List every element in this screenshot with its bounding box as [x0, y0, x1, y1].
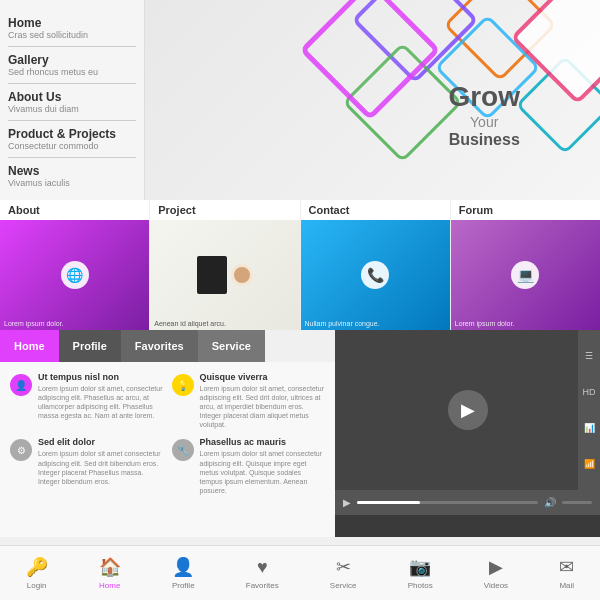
content-block-text-1: Lorem ipsum dolor sit amet, consectetur …	[200, 384, 326, 429]
content-icon-2: ⚙	[10, 439, 32, 461]
nav-item-login[interactable]: 🔑 Login	[26, 556, 48, 590]
vsb-icon-1: ☰	[585, 351, 593, 361]
tab-service[interactable]: Service	[198, 330, 265, 362]
cat-item-forum[interactable]: Forum 💻 Lorem ipsum dolor.	[451, 200, 600, 330]
vsb-icon-3: 📊	[584, 423, 595, 433]
sidebar-item-home[interactable]: HomeCras sed sollicitudin	[8, 10, 136, 47]
sidebar-item-news[interactable]: NewsVivamus iaculis	[8, 158, 136, 194]
cat-title-forum: Forum	[451, 200, 600, 220]
volume-bar[interactable]	[562, 501, 592, 504]
hero-grow: Grow	[448, 80, 520, 114]
content-block-0: 👤 Ut tempus nisl non Lorem ipsum dolor s…	[10, 372, 164, 429]
sidebar-title: News	[8, 164, 136, 178]
nav-item-service[interactable]: ✂ Service	[330, 556, 357, 590]
nav-label-photos: Photos	[408, 581, 433, 590]
cat-image-forum: 💻 Lorem ipsum dolor.	[451, 220, 600, 330]
content-block-title-3: Phasellus ac mauris	[200, 437, 326, 447]
cat-image-project: Aenean id aliquet arcu.	[150, 220, 299, 330]
sidebar-item-about-us[interactable]: About UsVivamus dui diam	[8, 84, 136, 121]
content-block-1: 💡 Quisque viverra Lorem ipsum dolor sit …	[172, 372, 326, 429]
nav-icon-profile: 👤	[172, 556, 194, 578]
nav-item-videos[interactable]: ▶ Videos	[484, 556, 508, 590]
nav-icon-home: 🏠	[99, 556, 121, 578]
nav-item-profile[interactable]: 👤 Profile	[172, 556, 195, 590]
sidebar-title: Product & Projects	[8, 127, 136, 141]
content-icon-0: 👤	[10, 374, 32, 396]
sidebar-sub: Cras sed sollicitudin	[8, 30, 136, 40]
nav-item-photos[interactable]: 📷 Photos	[408, 556, 433, 590]
video-sidebar: ☰ HD 📊 📶	[578, 330, 600, 490]
content-block-text-2: Lorem ipsum dolor sit amet consectetur a…	[38, 449, 164, 485]
nav-label-home: Home	[99, 581, 120, 590]
tab-home[interactable]: Home	[0, 330, 59, 362]
tab-favorites[interactable]: Favorites	[121, 330, 198, 362]
sidebar-sub: Sed rhoncus metus eu	[8, 67, 136, 77]
tab-profile[interactable]: Profile	[59, 330, 121, 362]
content-block-3: 🔧 Phasellus ac mauris Lorem ipsum dolor …	[172, 437, 326, 494]
sidebar-item-gallery[interactable]: GallerySed rhoncus metus eu	[8, 47, 136, 84]
categories-row: About 🌐 Lorem ipsum dolor. Project Aenea…	[0, 200, 600, 330]
progress-bar[interactable]	[357, 501, 538, 504]
sidebar-item-product-&-projects[interactable]: Product & ProjectsConsectetur commodo	[8, 121, 136, 158]
vsb-icon-2: HD	[583, 387, 596, 397]
tabs-bar: HomeProfileFavoritesService	[0, 330, 330, 362]
cat-title-project: Project	[150, 200, 299, 220]
cat-caption-about: Lorem ipsum dolor.	[4, 320, 64, 327]
content-grid: 👤 Ut tempus nisl non Lorem ipsum dolor s…	[10, 372, 325, 495]
content-block-title-0: Ut tempus nisl non	[38, 372, 164, 382]
video-main[interactable]: ☰ HD 📊 📶 ▶	[335, 330, 600, 490]
cat-image-about: 🌐 Lorem ipsum dolor.	[0, 220, 149, 330]
volume-icon[interactable]: 🔊	[544, 497, 556, 508]
nav-label-service: Service	[330, 581, 357, 590]
cat-item-project[interactable]: Project Aenean id aliquet arcu.	[150, 200, 300, 330]
cat-image-contact: 📞 Nullam pulvinar congue.	[301, 220, 450, 330]
progress-fill	[357, 501, 420, 504]
nav-label-mail: Mail	[559, 581, 574, 590]
sidebar-sub: Vivamus iaculis	[8, 178, 136, 188]
cat-caption-forum: Lorem ipsum dolor.	[455, 320, 515, 327]
nav-item-mail[interactable]: ✉ Mail	[559, 556, 574, 590]
content-block-2: ⚙ Sed elit dolor Lorem ipsum dolor sit a…	[10, 437, 164, 494]
nav-icon-photos: 📷	[409, 556, 431, 578]
cat-caption-contact: Nullam pulvinar congue.	[305, 320, 380, 327]
nav-item-favorites[interactable]: ♥ Favorites	[246, 557, 279, 590]
nav-icon-mail: ✉	[559, 556, 574, 578]
nav-icon-videos: ▶	[489, 556, 503, 578]
content-block-title-1: Quisque viverra	[200, 372, 326, 382]
nav-icon-login: 🔑	[26, 556, 48, 578]
content-icon-3: 🔧	[172, 439, 194, 461]
hero-business: Business	[448, 130, 520, 149]
cat-item-about[interactable]: About 🌐 Lorem ipsum dolor.	[0, 200, 150, 330]
video-controls[interactable]: ▶ 🔊	[335, 490, 600, 515]
nav-label-profile: Profile	[172, 581, 195, 590]
cat-item-contact[interactable]: Contact 📞 Nullam pulvinar congue.	[301, 200, 451, 330]
nav-label-favorites: Favorites	[246, 581, 279, 590]
hero-section: Grow Your Business	[145, 0, 600, 200]
hero-your: Your	[448, 114, 520, 131]
sidebar-title: Gallery	[8, 53, 136, 67]
sidebar: HomeCras sed sollicitudinGallerySed rhon…	[0, 0, 145, 200]
bottom-nav: 🔑 Login 🏠 Home 👤 Profile ♥ Favorites ✂ S…	[0, 545, 600, 600]
content-block-title-2: Sed elit dolor	[38, 437, 164, 447]
decorative-squares	[260, 0, 600, 200]
content-icon-1: 💡	[172, 374, 194, 396]
cat-caption-project: Aenean id aliquet arcu.	[154, 320, 226, 327]
cat-title-contact: Contact	[301, 200, 450, 220]
nav-item-home[interactable]: 🏠 Home	[99, 556, 121, 590]
nav-label-login: Login	[27, 581, 47, 590]
hero-text: Grow Your Business	[448, 80, 520, 150]
nav-icon-favorites: ♥	[257, 557, 268, 578]
cat-title-about: About	[0, 200, 149, 220]
play-pause-btn[interactable]: ▶	[343, 497, 351, 508]
sidebar-title: Home	[8, 16, 136, 30]
vsb-icon-4: 📶	[584, 459, 595, 469]
sidebar-sub: Vivamus dui diam	[8, 104, 136, 114]
video-player[interactable]: ☰ HD 📊 📶 ▶ ▶ 🔊	[335, 330, 600, 537]
content-area: 👤 Ut tempus nisl non Lorem ipsum dolor s…	[0, 362, 335, 537]
nav-label-videos: Videos	[484, 581, 508, 590]
content-block-text-3: Lorem ipsum dolor sit amet consectetur a…	[200, 449, 326, 494]
sidebar-sub: Consectetur commodo	[8, 141, 136, 151]
play-button[interactable]: ▶	[448, 390, 488, 430]
nav-icon-service: ✂	[336, 556, 351, 578]
content-block-text-0: Lorem ipsum dolor sit amet, consectetur …	[38, 384, 164, 420]
